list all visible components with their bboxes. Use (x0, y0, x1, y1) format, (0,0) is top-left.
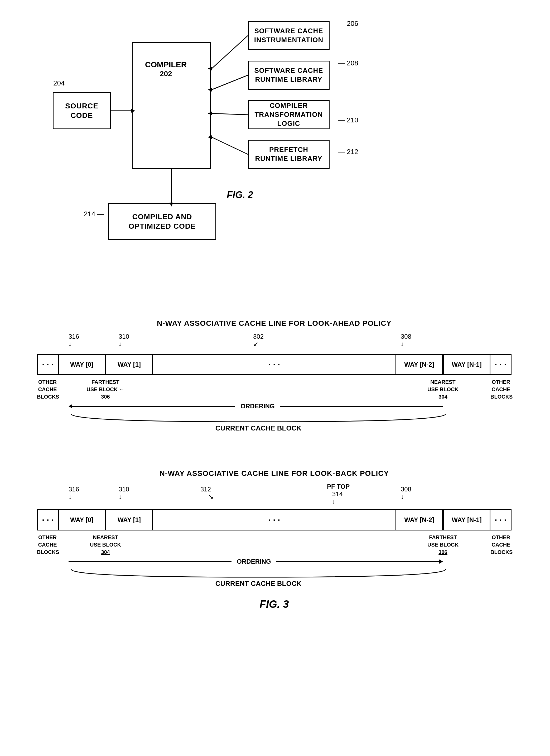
fig2-svg (32, 16, 453, 266)
ref-308-top: 308 (401, 333, 411, 340)
farthest-use-bot: FARTHESTUSE BLOCK306 (395, 534, 490, 556)
cell-middle-top: · · · (153, 354, 395, 375)
other-cache-left-top: OTHERCACHEBLOCKS (37, 378, 58, 400)
ref-208: — 208 (338, 59, 358, 67)
nearest-use-bot: NEARESTUSE BLOCK304 (58, 534, 153, 556)
arrow-308-top: ↓ (401, 340, 404, 348)
cell-way0-top: WAY [0] (58, 354, 106, 375)
fig3-bot-title: N-WAY ASSOCIATIVE CACHE LINE FOR LOOK-BA… (16, 469, 533, 478)
ref-212: — 212 (338, 148, 358, 156)
curly-svg-bot (69, 568, 448, 578)
rb1-box: SOFTWARE CACHEINSTRUMENTATION (248, 21, 329, 50)
arrow-310-top: ↓ (119, 340, 122, 348)
ref-310-bot: 310 (119, 486, 129, 493)
cell-dots-left-top: · · · (37, 354, 58, 375)
ref-214: 214 — (84, 210, 104, 218)
cell-dots-right-top: · · · (490, 354, 511, 375)
fig3-label: FIG. 3 (16, 598, 533, 610)
svg-line-8 (212, 137, 248, 154)
fig2-diagram: SOURCECODE 204 COMPILER202 SOFTWARE CACH… (32, 16, 453, 266)
arrow-316-bot: ↓ (69, 493, 72, 500)
cell-wayn2-bot: WAY [N-2] (395, 509, 443, 530)
cell-wayn1-bot: WAY [N-1] (443, 509, 490, 530)
rb2-box: SOFTWARE CACHERUNTIME LIBRARY (248, 61, 329, 90)
ref-312: 312 (201, 486, 211, 493)
other-cache-right-bot: OTHERCACHEBLOCKS (490, 534, 511, 556)
ordering-label-bot: ORDERING (237, 558, 271, 565)
ref-310-top: 310 (119, 333, 129, 340)
arrow-310-bot: ↓ (119, 493, 122, 500)
ref-210: — 210 (338, 116, 358, 124)
cell-wayn2-top: WAY [N-2] (395, 354, 443, 375)
curly-svg-top (69, 413, 448, 423)
rb3-box: COMPILERTRANSFORMATIONLOGIC (248, 100, 329, 129)
fig3-diagram: N-WAY ASSOCIATIVE CACHE LINE FOR LOOK-AH… (16, 303, 533, 610)
fig3-top-section: N-WAY ASSOCIATIVE CACHE LINE FOR LOOK-AH… (16, 303, 533, 432)
cell-dots-left-bot: · · · (37, 509, 58, 530)
source-code-box: SOURCECODE (53, 92, 111, 129)
farthest-use-top: FARTHESTUSE BLOCK ←306 (58, 378, 153, 400)
cell-wayn1-top: WAY [N-1] (443, 354, 490, 375)
pf-top-label: PF TOP (327, 483, 349, 490)
curly-top: CURRENT CACHE BLOCK (69, 413, 448, 432)
compiled-box: COMPILED ANDOPTIMIZED CODE (108, 203, 216, 240)
cache-line-bot: · · · WAY [0] WAY [1] · · · WAY [N-2] WA… (37, 509, 511, 530)
arrow-312: ↘ (208, 493, 214, 500)
compiler-label: COMPILER202 (145, 60, 187, 78)
cell-dots-right-bot: · · · (490, 509, 511, 530)
svg-line-2 (212, 36, 248, 69)
fig2-label: FIG. 2 (227, 189, 253, 200)
arrow-308-bot: ↓ (401, 493, 404, 500)
ref-316-bot: 316 (69, 486, 79, 493)
ordering-row-top: ORDERING (37, 403, 511, 410)
arrow-314: ↓ (332, 498, 335, 505)
rb4-box: PREFETCHRUNTIME LIBRARY (248, 140, 329, 169)
fig3-top-title: N-WAY ASSOCIATIVE CACHE LINE FOR LOOK-AH… (16, 319, 533, 328)
ordering-row-bot: ORDERING (37, 558, 511, 565)
ref-316-top: 316 (69, 333, 79, 340)
arrow-316-top: ↓ (69, 340, 72, 348)
cache-line-top: · · · WAY [0] WAY [1] · · · WAY [N-2] WA… (37, 354, 511, 375)
ref-204: 204 (53, 79, 65, 87)
ref-206: — 206 (338, 20, 358, 28)
fig3-bottom-section: N-WAY ASSOCIATIVE CACHE LINE FOR LOOK-BA… (16, 464, 533, 610)
nearest-use-top: NEARESTUSE BLOCK304 (395, 378, 490, 400)
ref-314: 314 (332, 490, 343, 498)
cell-way1-top: WAY [1] (106, 354, 153, 375)
other-cache-right-top: OTHERCACHEBLOCKS (490, 378, 511, 400)
current-cache-label-top: CURRENT CACHE BLOCK (69, 424, 448, 432)
curly-bot: CURRENT CACHE BLOCK (69, 568, 448, 588)
ref-308-bot: 308 (401, 486, 411, 493)
cell-middle-bot: · · · (153, 509, 395, 530)
ordering-label-top: ORDERING (241, 403, 275, 410)
cell-way0-bot: WAY [0] (58, 509, 106, 530)
svg-line-4 (212, 75, 248, 90)
ref-302: 302 (253, 333, 264, 340)
current-cache-label-bot: CURRENT CACHE BLOCK (69, 580, 448, 588)
svg-line-6 (212, 113, 248, 115)
arrow-302: ↙ (253, 340, 259, 348)
other-cache-left-bot: OTHERCACHEBLOCKS (37, 534, 58, 556)
cell-way1-bot: WAY [1] (106, 509, 153, 530)
